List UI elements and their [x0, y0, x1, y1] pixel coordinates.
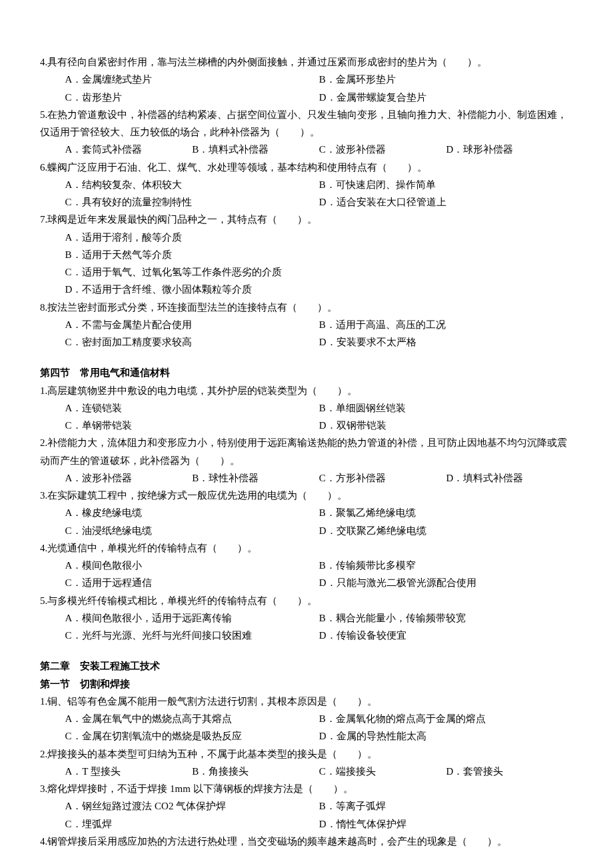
options: A．波形补偿器 B．球性补偿器 C．方形补偿器 D．填料式补偿器 [40, 469, 573, 487]
question-text: 2.焊接接头的基本类型可归纳为五种，不属于此基本类型的接头是（ ）。 [40, 745, 573, 763]
options: A．不需与金属垫片配合使用 B．适用于高温、高压的工况 C．密封面加工精度要求较… [40, 316, 573, 351]
option-d: D．只能与激光二极管光源配合使用 [319, 574, 573, 591]
question-s4-4: 4.光缆通信中，单模光纤的传输特点有（ ）。 A．模间色散很小 B．传输频带比多… [40, 539, 573, 592]
option-d: D．双钢带铠装 [319, 417, 573, 434]
option-b: B．耦合光能量小，传输频带较宽 [319, 609, 573, 627]
option-a: A．橡皮绝缘电缆 [65, 504, 319, 521]
option-a: A．模间色散很小 [65, 557, 319, 574]
question-text: 5.与多模光纤传输模式相比，单模光纤的传输特点有（ ）。 [40, 592, 573, 609]
option-c: C．适用于氧气、过氧化氢等工作条件恶劣的介质 [65, 263, 574, 281]
option-c: C．适用于远程通信 [65, 574, 319, 591]
options: A．钢丝短路过渡法 CO2 气体保护焊 B．等离子弧焊 C．埋弧焊 D．惰性气体… [40, 797, 573, 833]
question-s3-8: 8.按法兰密封面形式分类，环连接面型法兰的连接特点有（ ）。 A．不需与金属垫片… [40, 299, 573, 351]
option-d: D．金属的导热性能太高 [319, 727, 573, 745]
question-s3-6: 6.蝶阀广泛应用于石油、化工、煤气、水处理等领域，基本结构和使用特点有（ ）。 … [40, 159, 573, 211]
options: A．模间色散很小，适用于远距离传输 B．耦合光能量小，传输频带较宽 C．光纤与光… [40, 609, 573, 645]
option-d: D．球形补偿器 [446, 141, 573, 158]
option-d: D．套管接头 [446, 763, 573, 780]
question-text: 4.钢管焊接后采用感应加热的方法进行热处理，当交变磁场的频率越来越高时，会产生的… [40, 833, 573, 850]
option-b: B．填料式补偿器 [192, 141, 319, 158]
question-s3-5: 5.在热力管道敷设中，补偿器的结构紧凑、占据空间位置小、只发生轴向变形，且轴向推… [40, 106, 573, 159]
option-b: B．适用于高温、高压的工况 [319, 316, 573, 333]
option-a: A．结构较复杂、体积较大 [65, 176, 319, 193]
option-b: B．金属氧化物的熔点高于金属的熔点 [319, 710, 573, 727]
option-b: B．可快速启闭、操作简单 [319, 176, 573, 193]
question-ch2s1-1: 1.铜、铝等有色金属不能用一般气割方法进行切割，其根本原因是（ ）。 A．金属在… [40, 693, 573, 745]
option-b: B．传输频带比多模窄 [319, 557, 573, 574]
options: A．金属缠绕式垫片 B．金属环形垫片 C．齿形垫片 D．金属带螺旋复合垫片 [40, 71, 573, 106]
question-text: 8.按法兰密封面形式分类，环连接面型法兰的连接特点有（ ）。 [40, 299, 573, 316]
options: A．结构较复杂、体积较大 B．可快速启闭、操作简单 C．具有较好的流量控制特性 … [40, 176, 573, 211]
options: A．连锁铠装 B．单细圆钢丝铠装 C．单钢带铠装 D．双钢带铠装 [40, 399, 573, 435]
question-s3-7: 7.球阀是近年来发展最快的阀门品种之一，其特点有（ ）。 A．适用于溶剂，酸等介… [40, 211, 573, 298]
option-d: D．安装要求不太严格 [319, 333, 573, 351]
option-d: D．填料式补偿器 [446, 469, 573, 487]
option-a: A．连锁铠装 [65, 399, 319, 417]
option-b: B．聚氯乙烯绝缘电缆 [319, 504, 573, 521]
option-d: D．交联聚乙烯绝缘电缆 [319, 522, 573, 539]
section-4-title: 第四节 常用电气和通信材料 [40, 364, 573, 381]
option-c: C．波形补偿器 [319, 141, 446, 158]
question-s3-4: 4.具有径向自紧密封作用，靠与法兰梯槽的内外侧面接触，并通过压紧而形成密封的垫片… [40, 53, 573, 106]
question-s4-1: 1.高层建筑物竖井中敷设的电力电缆，其外护层的铠装类型为（ ）。 A．连锁铠装 … [40, 382, 573, 435]
option-b: B．适用于天然气等介质 [65, 246, 574, 263]
question-text: 6.蝶阀广泛应用于石油、化工、煤气、水处理等领域，基本结构和使用特点有（ ）。 [40, 159, 573, 176]
option-a: A．波形补偿器 [65, 469, 193, 487]
option-c: C．具有较好的流量控制特性 [65, 193, 319, 211]
question-text: 1.高层建筑物竖井中敷设的电力电缆，其外护层的铠装类型为（ ）。 [40, 382, 573, 399]
question-text: 7.球阀是近年来发展最快的阀门品种之一，其特点有（ ）。 [40, 211, 573, 228]
options: A．T 型接头 B．角接接头 C．端接接头 D．套管接头 [40, 763, 573, 780]
option-c: C．端接接头 [319, 763, 446, 780]
options: A．橡皮绝缘电缆 B．聚氯乙烯绝缘电缆 C．油浸纸绝缘电缆 D．交联聚乙烯绝缘电… [40, 504, 573, 539]
option-a: A．金属缠绕式垫片 [65, 71, 319, 88]
option-d: D．不适用于含纤维、微小固体颗粒等介质 [65, 281, 574, 298]
option-a: A．钢丝短路过渡法 CO2 气体保护焊 [65, 797, 319, 815]
question-text: 3.熔化焊焊接时，不适于焊接 1mm 以下薄钢板的焊接方法是（ ）。 [40, 780, 573, 797]
question-text: 4.光缆通信中，单模光纤的传输特点有（ ）。 [40, 539, 573, 557]
question-s4-3: 3.在实际建筑工程中，按绝缘方式一般应优先选用的电缆为（ ）。 A．橡皮绝缘电缆… [40, 487, 573, 539]
question-text: 3.在实际建筑工程中，按绝缘方式一般应优先选用的电缆为（ ）。 [40, 487, 573, 504]
option-b: B．球性补偿器 [192, 469, 319, 487]
option-c: C．油浸纸绝缘电缆 [65, 522, 319, 539]
option-b: B．单细圆钢丝铠装 [319, 399, 573, 417]
option-a: A．不需与金属垫片配合使用 [65, 316, 319, 333]
question-s4-5: 5.与多模光纤传输模式相比，单模光纤的传输特点有（ ）。 A．模间色散很小，适用… [40, 592, 573, 645]
option-d: D．传输设备较便宜 [319, 627, 573, 644]
question-text: 4.具有径向自紧密封作用，靠与法兰梯槽的内外侧面接触，并通过压紧而形成密封的垫片… [40, 53, 573, 71]
question-text: 1.铜、铝等有色金属不能用一般气割方法进行切割，其根本原因是（ ）。 [40, 693, 573, 710]
option-d: D．惰性气体保护焊 [319, 815, 573, 833]
option-d: D．适合安装在大口径管道上 [319, 193, 573, 211]
option-b: B．等离子弧焊 [319, 797, 573, 815]
option-c: C．光纤与光源、光纤与光纤间接口较困难 [65, 627, 319, 644]
option-a: A．T 型接头 [65, 763, 193, 780]
option-c: C．单钢带铠装 [65, 417, 319, 434]
option-c: C．密封面加工精度要求较高 [65, 333, 319, 351]
option-b: B．角接接头 [192, 763, 319, 780]
option-a: A．适用于溶剂，酸等介质 [65, 229, 574, 246]
options: A．套筒式补偿器 B．填料式补偿器 C．波形补偿器 D．球形补偿器 [40, 141, 573, 158]
question-ch2s1-4: 4.钢管焊接后采用感应加热的方法进行热处理，当交变磁场的频率越来越高时，会产生的… [40, 833, 573, 850]
option-c: C．金属在切割氧流中的燃烧是吸热反应 [65, 727, 319, 745]
question-ch2s1-2: 2.焊接接头的基本类型可归纳为五种，不属于此基本类型的接头是（ ）。 A．T 型… [40, 745, 573, 781]
option-a: A．模间色散很小，适用于远距离传输 [65, 609, 319, 627]
option-a: A．金属在氧气中的燃烧点高于其熔点 [65, 710, 319, 727]
question-text: 2.补偿能力大，流体阻力和变形应力小，特别使用于远距离输送热能的热力管道的补偿，… [40, 434, 573, 469]
option-a: A．套筒式补偿器 [65, 141, 193, 158]
option-b: B．金属环形垫片 [319, 71, 573, 88]
options: A．模间色散很小 B．传输频带比多模窄 C．适用于远程通信 D．只能与激光二极管… [40, 557, 573, 592]
option-d: D．金属带螺旋复合垫片 [319, 89, 573, 106]
option-c: C．方形补偿器 [319, 469, 446, 487]
option-c: C．齿形垫片 [65, 89, 319, 106]
option-c: C．埋弧焊 [65, 815, 319, 833]
question-ch2s1-3: 3.熔化焊焊接时，不适于焊接 1mm 以下薄钢板的焊接方法是（ ）。 A．钢丝短… [40, 780, 573, 833]
chapter-2-title: 第二章 安装工程施工技术 [40, 657, 573, 675]
options: A．适用于溶剂，酸等介质 B．适用于天然气等介质 C．适用于氧气、过氧化氢等工作… [40, 229, 573, 299]
question-s4-2: 2.补偿能力大，流体阻力和变形应力小，特别使用于远距离输送热能的热力管道的补偿，… [40, 434, 573, 487]
chapter-2-section-1-title: 第一节 切割和焊接 [40, 675, 573, 693]
question-text: 5.在热力管道敷设中，补偿器的结构紧凑、占据空间位置小、只发生轴向变形，且轴向推… [40, 106, 573, 141]
options: A．金属在氧气中的燃烧点高于其熔点 B．金属氧化物的熔点高于金属的熔点 C．金属… [40, 710, 573, 745]
